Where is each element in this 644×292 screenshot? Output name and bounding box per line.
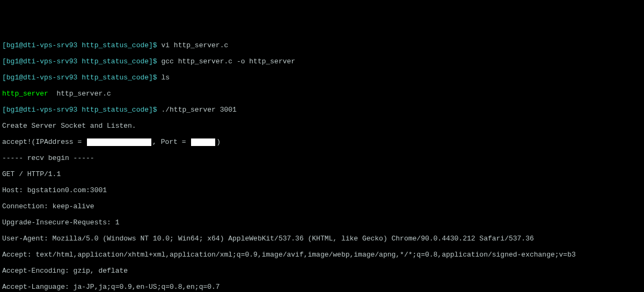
http-header: User-Agent: Mozilla/5.0 (Windows NT 10.0… [2, 235, 642, 243]
source-file: http_server.c [48, 90, 111, 98]
accept-line: accept!(IPAddress = , Port = ) [2, 138, 642, 146]
prompt-text: [bg1@dti-vps-srv93 http_status_code]$ [2, 106, 161, 114]
executable-file: http_server [2, 90, 48, 98]
prompt-line: [bg1@dti-vps-srv93 http_status_code]$ gc… [2, 57, 642, 65]
command-text: vi http_server.c [161, 41, 228, 49]
command-text: ./http_server 3001 [161, 106, 236, 114]
recv-begin-marker: ----- recv begin ----- [2, 154, 642, 162]
prompt-text: [bg1@dti-vps-srv93 http_status_code]$ [2, 74, 161, 82]
http-header: Accept-Encoding: gzip, deflate [2, 267, 642, 275]
server-start-msg: Create Server Socket and Listen. [2, 122, 642, 130]
prompt-line: [bg1@dti-vps-srv93 http_status_code]$ ./… [2, 106, 642, 114]
prompt-line: [bg1@dti-vps-srv93 http_status_code]$ vi… [2, 41, 642, 49]
http-header: Connection: keep-alive [2, 202, 642, 210]
prompt-text: [bg1@dti-vps-srv93 http_status_code]$ [2, 57, 161, 65]
prompt-line: [bg1@dti-vps-srv93 http_status_code]$ ls [2, 74, 642, 82]
http-header: Host: bgstation0.com:3001 [2, 186, 642, 194]
redacted-ip [87, 138, 151, 146]
http-header: Upgrade-Insecure-Requests: 1 [2, 218, 642, 227]
redacted-port [191, 138, 215, 146]
terminal-output: [bg1@dti-vps-srv93 http_status_code]$ vi… [2, 33, 642, 292]
http-request-line: GET / HTTP/1.1 [2, 170, 642, 178]
command-text: gcc http_server.c -o http_server [161, 57, 295, 65]
http-header: Accept: text/html,application/xhtml+xml,… [2, 251, 642, 259]
http-header: Accept-Language: ja-JP,ja;q=0.9,en-US;q=… [2, 283, 642, 291]
prompt-text: [bg1@dti-vps-srv93 http_status_code]$ [2, 41, 161, 49]
ls-output: http_server http_server.c [2, 90, 642, 98]
command-text: ls [161, 74, 170, 82]
